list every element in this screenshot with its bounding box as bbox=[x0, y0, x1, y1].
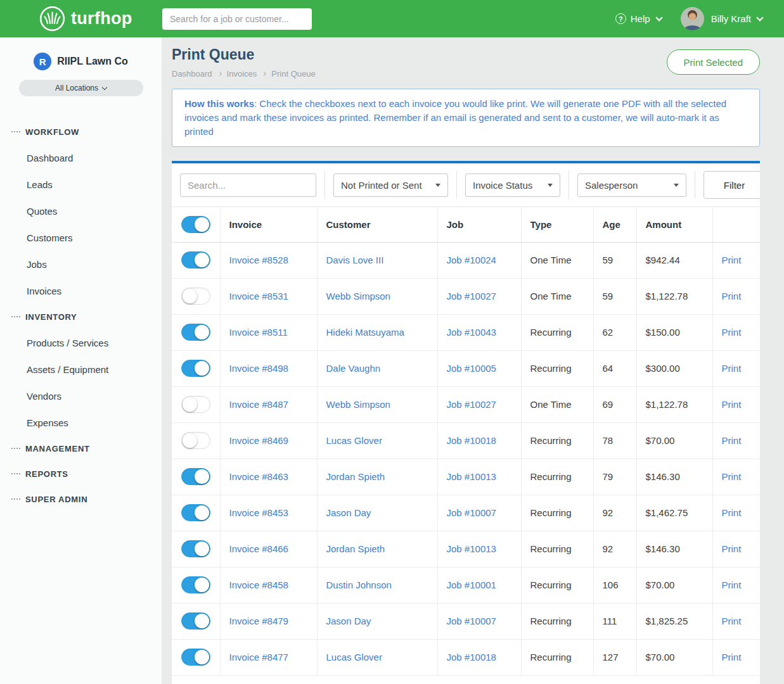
job-cell: Job #10043 bbox=[437, 314, 521, 350]
topbar: turfhop Help Billy Kraft bbox=[0, 0, 784, 37]
chevron-right-icon bbox=[217, 72, 222, 76]
customer-link[interactable]: Webb Simpson bbox=[326, 399, 390, 410]
chevron-down-icon[interactable] bbox=[756, 14, 763, 21]
print-link[interactable]: Print bbox=[722, 616, 742, 626]
customer-link[interactable]: Jason Day bbox=[326, 507, 371, 518]
customer-link[interactable]: Jordan Spieth bbox=[326, 471, 385, 482]
print-cell: Print bbox=[712, 603, 760, 639]
job-link[interactable]: Job #10018 bbox=[447, 652, 496, 662]
row-toggle[interactable] bbox=[181, 540, 210, 557]
breadcrumb-invoices[interactable]: Invoices bbox=[227, 69, 257, 79]
sidebar-item-leads[interactable]: Leads bbox=[0, 171, 162, 198]
job-link[interactable]: Job #10001 bbox=[447, 580, 496, 590]
filter-button[interactable]: Filter bbox=[704, 171, 760, 199]
job-link[interactable]: Job #10007 bbox=[447, 616, 496, 626]
global-search-input[interactable] bbox=[162, 8, 312, 30]
sidebar-section-inventory[interactable]: INVENTORY bbox=[0, 304, 162, 329]
invoice-link[interactable]: Invoice #8479 bbox=[229, 616, 288, 626]
sidebar-section-label: REPORTS bbox=[25, 469, 68, 479]
print-link[interactable]: Print bbox=[722, 652, 742, 662]
table-header-row: Invoice Customer Job Type Age Amount bbox=[172, 207, 760, 242]
row-toggle[interactable] bbox=[181, 396, 210, 413]
row-toggle[interactable] bbox=[181, 468, 210, 485]
job-link[interactable]: Job #10007 bbox=[447, 507, 496, 518]
row-toggle[interactable] bbox=[181, 324, 210, 341]
invoice-link[interactable]: Invoice #8453 bbox=[229, 507, 288, 518]
age-cell: 59 bbox=[593, 278, 636, 314]
print-cell: Print bbox=[712, 639, 760, 675]
print-link[interactable]: Print bbox=[722, 507, 742, 518]
breadcrumb-dashboard[interactable]: Dashboard bbox=[172, 69, 212, 79]
sidebar-item-vendors[interactable]: Vendors bbox=[0, 383, 162, 409]
job-link[interactable]: Job #10005 bbox=[447, 363, 496, 374]
job-link[interactable]: Job #10013 bbox=[447, 471, 496, 482]
print-selected-button[interactable]: Print Selected bbox=[667, 49, 760, 75]
locations-dropdown[interactable]: All Locations bbox=[19, 80, 143, 96]
invoice-status-select[interactable]: Invoice Status bbox=[465, 174, 560, 197]
print-link[interactable]: Print bbox=[722, 471, 742, 482]
customer-link[interactable]: Jordan Spieth bbox=[326, 543, 385, 554]
print-link[interactable]: Print bbox=[722, 435, 742, 446]
row-toggle[interactable] bbox=[181, 251, 210, 269]
invoice-link[interactable]: Invoice #8466 bbox=[229, 543, 288, 554]
invoice-link[interactable]: Invoice #8498 bbox=[229, 363, 288, 374]
sidebar-item-expenses[interactable]: Expenses bbox=[0, 409, 162, 436]
row-toggle[interactable] bbox=[181, 288, 210, 305]
invoice-link[interactable]: Invoice #8511 bbox=[229, 327, 288, 338]
job-link[interactable]: Job #10027 bbox=[447, 399, 496, 410]
user-name[interactable]: Billy Kraft bbox=[711, 13, 751, 24]
customer-link[interactable]: Webb Simpson bbox=[326, 291, 390, 301]
row-toggle[interactable] bbox=[181, 612, 210, 630]
print-link[interactable]: Print bbox=[722, 399, 742, 410]
job-link[interactable]: Job #10024 bbox=[447, 255, 496, 265]
invoice-link[interactable]: Invoice #8458 bbox=[229, 580, 288, 590]
job-link[interactable]: Job #10018 bbox=[447, 435, 496, 446]
invoice-link[interactable]: Invoice #8463 bbox=[229, 471, 288, 482]
sidebar-item-jobs[interactable]: Jobs bbox=[0, 251, 162, 277]
row-toggle[interactable] bbox=[181, 432, 210, 449]
sidebar-section-super-admin[interactable]: SUPER ADMIN bbox=[0, 486, 162, 512]
sidebar-section-reports[interactable]: REPORTS bbox=[0, 461, 162, 486]
brand[interactable]: turfhop bbox=[39, 6, 162, 32]
sidebar-item-quotes[interactable]: Quotes bbox=[0, 198, 162, 224]
print-link[interactable]: Print bbox=[722, 363, 742, 374]
print-link[interactable]: Print bbox=[722, 291, 742, 301]
table-search-input[interactable] bbox=[180, 174, 316, 197]
sidebar-item-dashboard[interactable]: Dashboard bbox=[0, 144, 162, 171]
invoice-link[interactable]: Invoice #8477 bbox=[229, 652, 288, 662]
row-toggle[interactable] bbox=[181, 649, 210, 666]
customer-link[interactable]: Dustin Johnson bbox=[326, 580, 392, 590]
row-toggle[interactable] bbox=[181, 576, 210, 593]
sidebar-section-workflow[interactable]: WORKFLOW bbox=[0, 119, 162, 144]
help-menu[interactable]: Help bbox=[615, 13, 662, 24]
invoice-link[interactable]: Invoice #8528 bbox=[229, 255, 288, 265]
help-label: Help bbox=[631, 13, 650, 24]
customer-link[interactable]: Lucas Glover bbox=[326, 652, 382, 662]
salesperson-select[interactable]: Salesperson bbox=[577, 174, 686, 197]
row-toggle[interactable] bbox=[181, 504, 210, 521]
job-link[interactable]: Job #10027 bbox=[447, 291, 496, 301]
sidebar-item-assets-equipment[interactable]: Assets / Equipment bbox=[0, 356, 162, 383]
print-link[interactable]: Print bbox=[722, 255, 742, 265]
row-toggle[interactable] bbox=[181, 360, 210, 377]
sidebar-section-management[interactable]: MANAGEMENT bbox=[0, 436, 162, 461]
print-link[interactable]: Print bbox=[722, 327, 742, 338]
printed-filter-select[interactable]: Not Printed or Sent bbox=[333, 174, 448, 197]
invoice-link[interactable]: Invoice #8469 bbox=[229, 435, 288, 446]
customer-link[interactable]: Hideki Matsuyama bbox=[326, 327, 404, 338]
job-link[interactable]: Job #10013 bbox=[447, 543, 496, 554]
job-link[interactable]: Job #10043 bbox=[447, 327, 496, 338]
invoice-link[interactable]: Invoice #8531 bbox=[229, 291, 288, 301]
customer-link[interactable]: Davis Love III bbox=[326, 255, 384, 265]
select-all-toggle[interactable] bbox=[181, 216, 210, 233]
customer-link[interactable]: Jason Day bbox=[326, 616, 371, 626]
sidebar-item-products-services[interactable]: Products / Services bbox=[0, 329, 162, 356]
sidebar-item-customers[interactable]: Customers bbox=[0, 224, 162, 251]
customer-link[interactable]: Dale Vaughn bbox=[326, 363, 381, 374]
print-link[interactable]: Print bbox=[722, 580, 742, 590]
avatar[interactable] bbox=[681, 7, 704, 30]
customer-link[interactable]: Lucas Glover bbox=[326, 435, 382, 446]
invoice-link[interactable]: Invoice #8487 bbox=[229, 399, 288, 410]
print-link[interactable]: Print bbox=[722, 543, 742, 554]
sidebar-item-invoices[interactable]: Invoices bbox=[0, 277, 162, 304]
